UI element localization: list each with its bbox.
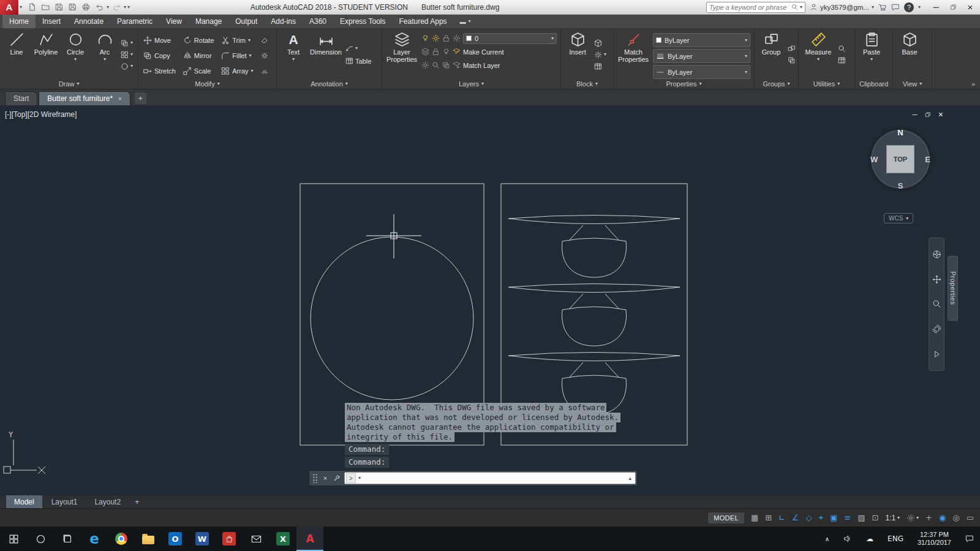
edit-attribute-button[interactable] xyxy=(594,51,606,59)
ribbon-tab-featured-apps[interactable]: Featured Apps xyxy=(393,15,454,28)
fillet-button[interactable]: Fillet xyxy=(218,48,256,63)
ribbon-tab-add-ins[interactable]: Add-ins xyxy=(264,15,303,28)
layer-freeze-icon[interactable] xyxy=(432,34,440,42)
layer-off-icon[interactable] xyxy=(421,34,429,42)
viewcube-east[interactable]: E xyxy=(925,155,930,164)
clean-screen-icon[interactable] xyxy=(967,513,974,522)
wcs-dropdown[interactable]: WCS xyxy=(884,213,913,223)
dimension-button[interactable]: Dimension xyxy=(308,30,344,79)
ribbon-tab-home[interactable]: Home xyxy=(2,15,36,28)
layer-thaw-icon[interactable] xyxy=(421,61,429,69)
crosshair-cursor[interactable] xyxy=(366,214,421,258)
search-icon[interactable] xyxy=(791,4,798,10)
file-tab-start[interactable]: Start xyxy=(5,91,37,105)
quick-calc-button[interactable] xyxy=(838,56,846,64)
notification-center-button[interactable] xyxy=(960,527,979,551)
viewcube-west[interactable]: W xyxy=(870,155,878,164)
panel-label-layers[interactable]: Layers xyxy=(382,79,560,89)
paste-button[interactable]: Paste xyxy=(857,30,886,79)
hardware-acceleration-icon[interactable] xyxy=(939,513,946,522)
orbit-icon[interactable] xyxy=(932,324,941,334)
edge-button[interactable] xyxy=(81,527,108,551)
stay-connected-button[interactable] xyxy=(891,3,900,12)
polyline-button[interactable]: Polyline xyxy=(31,30,61,79)
navigation-wheel-icon[interactable] xyxy=(932,250,941,259)
ribbon-tab-insert[interactable]: Insert xyxy=(36,15,67,28)
new-layout-button[interactable] xyxy=(130,495,145,508)
isolate-objects-icon[interactable] xyxy=(952,513,959,522)
insert-button[interactable]: Insert xyxy=(563,30,592,79)
make-current-button[interactable]: Make Current xyxy=(463,48,504,56)
array-button[interactable]: Array xyxy=(218,63,256,78)
help-button[interactable] xyxy=(904,2,914,12)
redo-caret[interactable] xyxy=(124,5,126,10)
panel-label-modify[interactable]: Modify xyxy=(138,79,276,89)
layout-tab-layout1[interactable]: Layout1 xyxy=(43,495,86,508)
outlook-button[interactable] xyxy=(162,527,189,551)
erase-button[interactable] xyxy=(258,32,271,48)
panel-label-draw[interactable]: Draw xyxy=(0,79,138,89)
measure-button[interactable]: Measure xyxy=(801,30,836,79)
layer-on-icon[interactable] xyxy=(442,48,450,56)
layer-merge-icon[interactable] xyxy=(442,61,450,69)
command-expand-icon[interactable] xyxy=(626,475,634,481)
command-bar-grip[interactable] xyxy=(312,473,318,483)
ribbon-tab-output[interactable]: Output xyxy=(228,15,264,28)
pan-icon[interactable] xyxy=(932,275,941,284)
application-menu-button[interactable] xyxy=(0,0,18,15)
lineweight-toggle-icon[interactable] xyxy=(844,513,851,522)
chrome-button[interactable] xyxy=(108,527,135,551)
quick-select-button[interactable] xyxy=(838,45,846,53)
group-edit-button[interactable] xyxy=(788,56,796,64)
circle-button[interactable]: Circle xyxy=(61,30,90,79)
layer-state-icon[interactable] xyxy=(421,48,429,56)
qat-customize-caret[interactable] xyxy=(127,5,130,10)
viewcube[interactable]: N S W E TOP xyxy=(869,127,932,191)
file-tab-drawing[interactable]: Butter soft furniture* xyxy=(39,91,130,105)
app-store-button[interactable] xyxy=(878,3,887,12)
zoom-icon[interactable] xyxy=(932,299,941,309)
file-tab-close-icon[interactable] xyxy=(118,96,122,102)
panel-overflow-indicator[interactable] xyxy=(932,28,980,89)
new-button[interactable] xyxy=(26,2,38,13)
model-space-button[interactable]: MODEL xyxy=(708,512,744,523)
ribbon-tab-a360[interactable]: A360 xyxy=(303,15,333,28)
command-customize-icon[interactable] xyxy=(331,474,342,482)
word-button[interactable] xyxy=(189,527,216,551)
ribbon-tab-manage[interactable]: Manage xyxy=(189,15,228,28)
viewcube-north[interactable]: N xyxy=(897,128,903,137)
cortana-button[interactable] xyxy=(27,527,54,551)
plot-button[interactable] xyxy=(80,2,92,13)
match-layer-button[interactable]: Match Layer xyxy=(463,62,500,69)
isodraft-icon[interactable] xyxy=(806,513,812,522)
layer-lock-icon[interactable] xyxy=(442,34,450,42)
close-button[interactable] xyxy=(962,0,979,15)
scale-button[interactable]: Scale xyxy=(180,63,217,78)
layer-unlock-icon[interactable] xyxy=(432,48,440,56)
viewport-restore-icon[interactable] xyxy=(925,111,931,118)
onedrive-button[interactable] xyxy=(861,527,878,551)
line-button[interactable]: Line xyxy=(2,30,31,79)
viewport-controls-label[interactable]: [-][Top][2D Wireframe] xyxy=(5,110,77,119)
osnap-toggle-icon[interactable] xyxy=(830,513,837,522)
ribbon-tab-annotate[interactable]: Annotate xyxy=(67,15,110,28)
rectangle-button[interactable] xyxy=(121,39,133,47)
layer-dropdown[interactable]: 0 xyxy=(463,33,557,44)
minimize-button[interactable] xyxy=(927,0,944,15)
panel-label-view[interactable]: View xyxy=(893,79,932,89)
panel-label-properties[interactable]: Properties xyxy=(614,79,754,89)
viewport-close-icon[interactable] xyxy=(938,110,943,119)
hidden-icons-button[interactable] xyxy=(820,527,834,551)
drawing-area[interactable]: Y [-][Top][2D Wireframe] N S W E TOP WCS xyxy=(0,105,980,495)
autocad-taskbar-button[interactable] xyxy=(296,527,323,551)
trim-button[interactable]: Trim xyxy=(218,32,256,48)
restore-button[interactable] xyxy=(944,0,962,15)
hatch-button[interactable] xyxy=(121,51,133,59)
selection-cycling-icon[interactable] xyxy=(872,513,878,522)
polar-tracking-icon[interactable] xyxy=(792,513,799,522)
viewport-minimize-icon[interactable] xyxy=(912,110,918,119)
leader-button[interactable] xyxy=(345,44,371,52)
layout-tab-model[interactable]: Model xyxy=(6,495,42,508)
search-input[interactable] xyxy=(709,4,790,11)
match-properties-button[interactable]: Match Properties xyxy=(616,30,651,79)
